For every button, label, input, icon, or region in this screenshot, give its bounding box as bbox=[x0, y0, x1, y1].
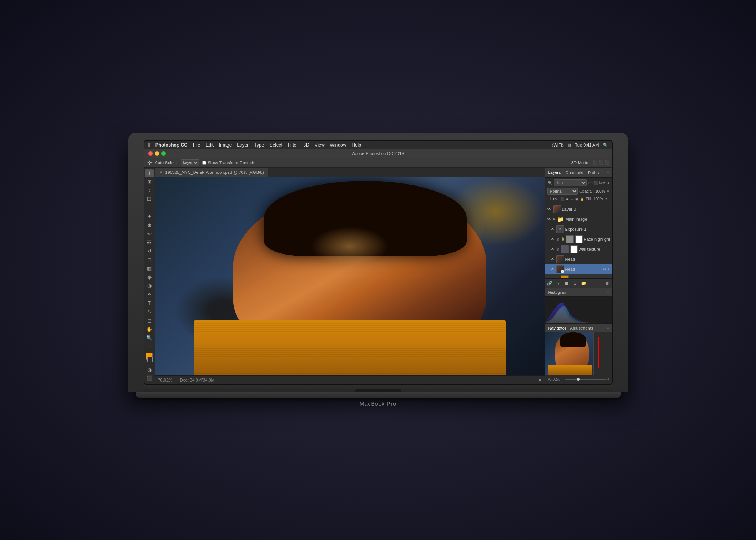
artboard-tool[interactable]: ⊞ bbox=[145, 178, 154, 186]
minimize-button[interactable] bbox=[155, 151, 159, 156]
add-mask-button[interactable]: ◼ bbox=[564, 280, 570, 287]
layer-kind-dropdown[interactable]: Kind bbox=[554, 179, 587, 186]
lock-brush-icon[interactable]: ✒ bbox=[566, 197, 569, 201]
auto-select-dropdown[interactable]: Layer bbox=[181, 159, 199, 166]
mac-menubar:  Photoshop CC File Edit Image Layer Typ… bbox=[144, 141, 612, 149]
layer-thumb-walltexture bbox=[561, 245, 569, 253]
mac-menu-select[interactable]: Select bbox=[269, 142, 282, 148]
collapse-arrow-mainimage[interactable]: ▶ bbox=[553, 217, 556, 221]
tab-layers[interactable]: Layers bbox=[548, 170, 561, 175]
pen-tool[interactable]: ✒ bbox=[145, 290, 154, 298]
blur-tool[interactable]: ◉ bbox=[145, 273, 154, 281]
tab-channels[interactable]: Channels bbox=[566, 170, 583, 175]
mac-menu-filter[interactable]: Filter bbox=[288, 142, 298, 148]
move-tool[interactable]: ✛ bbox=[145, 169, 154, 177]
visibility-icon-facehighlight[interactable]: 👁 bbox=[550, 237, 555, 242]
chain-icon-facehighlight: ⛓ bbox=[556, 237, 560, 241]
crop-tool[interactable]: ⌗ bbox=[145, 204, 154, 212]
laptop:  Photoshop CC File Edit Image Layer Typ… bbox=[128, 133, 628, 407]
mac-menu-image[interactable]: Image bbox=[219, 142, 232, 148]
layer-thumb-mainimage: 📁 bbox=[557, 215, 564, 223]
canvas-image[interactable] bbox=[155, 177, 545, 375]
visibility-icon-mainimage[interactable]: 👁 bbox=[547, 217, 552, 222]
screen-mode-tool[interactable]: ⬛ bbox=[145, 374, 154, 382]
layer-item-mainimage[interactable]: 👁 ▶ 📁 Main image bbox=[545, 214, 612, 224]
lock-row: Lock: ⬛ ✒ ✛ ⊞ 🔒 Fill: 100% ▼ bbox=[547, 196, 610, 202]
battery-icon: ▥ bbox=[567, 143, 571, 148]
selection-tool[interactable]: ☐ bbox=[145, 195, 154, 203]
visibility-icon-walltexture[interactable]: 👁 bbox=[550, 247, 555, 252]
lock-artboard-icon[interactable]: ⊞ bbox=[575, 197, 578, 201]
tab-paths[interactable]: Paths bbox=[588, 170, 599, 175]
shape-tool[interactable]: ◻ bbox=[145, 317, 154, 325]
layer-name-head1: Head bbox=[565, 257, 611, 262]
gradient-tool[interactable]: ▦ bbox=[145, 265, 154, 273]
lock-all-icon[interactable]: 🔒 bbox=[580, 197, 584, 201]
quick-mask-tool[interactable]: ◑ bbox=[145, 366, 154, 374]
ps-titlebar: Adobe Photoshop CC 2019 bbox=[144, 149, 612, 158]
filter-toggle[interactable]: ● bbox=[607, 181, 609, 185]
eyedropper-tool[interactable]: ✦ bbox=[145, 213, 154, 221]
tab-adjustments[interactable]: Adjustments bbox=[570, 326, 594, 330]
hand-tool[interactable]: ✋ bbox=[145, 325, 154, 333]
layer-item-layer0[interactable]: 👁 Layer 0 bbox=[545, 204, 612, 214]
lock-pixel-icon[interactable]: ⬛ bbox=[560, 197, 564, 201]
zoom-tool[interactable]: 🔍 bbox=[145, 334, 154, 342]
layer-item-facehighlight[interactable]: 👁 ⛓ 🔒 Face highlight bbox=[545, 234, 612, 244]
tab-navigator[interactable]: Navigator bbox=[548, 326, 566, 330]
add-style-button[interactable]: fx bbox=[555, 280, 561, 287]
clone-tool[interactable]: ☶ bbox=[145, 238, 154, 247]
nav-zoom-out-icon[interactable]: - bbox=[562, 377, 563, 382]
extra-tool[interactable]: ··· bbox=[145, 342, 154, 350]
blend-mode-dropdown[interactable]: Normal bbox=[547, 188, 578, 195]
tab-close-button[interactable]: × bbox=[159, 170, 164, 175]
visibility-icon-exposure1[interactable]: 👁 bbox=[550, 227, 555, 232]
layer-item-head1[interactable]: 👁 Head bbox=[545, 254, 612, 264]
maximize-button[interactable] bbox=[161, 151, 166, 156]
visibility-icon-layer0[interactable]: 👁 bbox=[547, 207, 552, 212]
layer-name-exposure1: Exposure 1 bbox=[565, 227, 611, 232]
history-brush-tool[interactable]: ↺ bbox=[145, 247, 154, 255]
mac-menu-help[interactable]: Help bbox=[352, 142, 361, 148]
link-layers-button[interactable]: 🔗 bbox=[547, 280, 553, 287]
nav-zoom-in-icon[interactable]: + bbox=[607, 377, 610, 382]
navigator-menu-icon[interactable]: ≡ bbox=[607, 326, 609, 330]
eraser-tool[interactable]: ◻ bbox=[145, 256, 154, 264]
background-color[interactable] bbox=[147, 357, 153, 362]
visibility-icon-head2[interactable]: 👁 bbox=[550, 267, 555, 272]
path-selection-tool[interactable]: ⤡ bbox=[145, 308, 154, 316]
mac-menu-3d[interactable]: 3D bbox=[303, 142, 309, 148]
layer-thumb-facehighlight bbox=[566, 235, 574, 243]
layer-item-smartfilters[interactable]: 👁 ▦ Smart Filters bbox=[545, 274, 612, 278]
visibility-icon-head1[interactable]: 👁 bbox=[550, 257, 555, 262]
create-group-button[interactable]: 📁 bbox=[581, 280, 587, 287]
layer-item-head2[interactable]: 👁 S Head ⚙ ▲ bbox=[545, 264, 612, 274]
left-toolbar: ✛ ⊞ 〉 ☐ ⌗ ✦ ⊕ ✏ ☶ ↺ ◻ ▦ ◉ ◑ ✒ bbox=[144, 168, 155, 384]
laptop-body:  Photoshop CC File Edit Image Layer Typ… bbox=[128, 133, 628, 392]
healing-tool[interactable]: ⊕ bbox=[145, 221, 154, 229]
mac-menu-window[interactable]: Window bbox=[330, 142, 347, 148]
dodge-tool[interactable]: ◑ bbox=[145, 282, 154, 290]
mac-menu-layer[interactable]: Layer bbox=[237, 142, 249, 148]
move-tool-icon[interactable]: ✛ bbox=[147, 160, 152, 166]
brush-tool[interactable]: ✏ bbox=[145, 230, 154, 238]
text-tool[interactable]: T bbox=[145, 299, 154, 307]
mac-menu-edit[interactable]: Edit bbox=[205, 142, 214, 148]
transform-controls-checkbox[interactable] bbox=[202, 161, 206, 165]
mac-menu-view[interactable]: View bbox=[315, 142, 325, 148]
navigator-thumbnail[interactable] bbox=[545, 332, 612, 375]
layer-item-walltexture[interactable]: 👁 ⛓ wall texture bbox=[545, 244, 612, 254]
add-adjustment-button[interactable]: ⊕ bbox=[572, 280, 578, 287]
search-icon[interactable]: 🔍 bbox=[603, 143, 608, 148]
delete-layer-button[interactable]: 🗑 bbox=[604, 280, 611, 287]
histogram-menu-icon[interactable]: ≡ bbox=[607, 290, 609, 294]
nav-zoom-slider[interactable] bbox=[565, 379, 606, 380]
layer-item-exposure1[interactable]: 👁 ☀ Exposure 1 bbox=[545, 224, 612, 234]
lasso-tool[interactable]: 〉 bbox=[145, 187, 154, 195]
mac-menu-file[interactable]: File bbox=[193, 142, 200, 148]
close-button[interactable] bbox=[148, 151, 153, 156]
document-tab[interactable]: × 190325_NYC_Derek-Afternoon.psd @ 70% (… bbox=[155, 168, 268, 177]
lock-move-icon[interactable]: ✛ bbox=[571, 197, 574, 201]
mac-menu-type[interactable]: Type bbox=[254, 142, 264, 148]
layer-search-row: 🔍 Kind PT⬛fx◉ ● bbox=[547, 179, 610, 186]
